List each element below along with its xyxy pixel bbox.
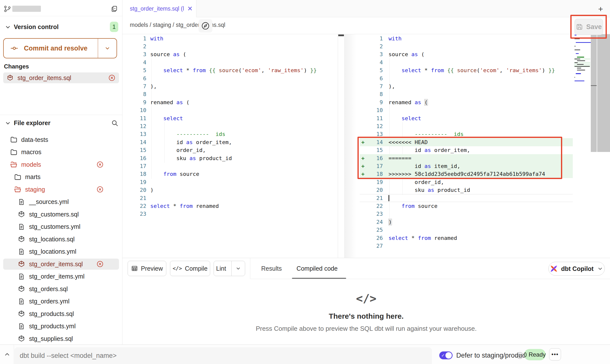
code-line-1[interactable]: 1with xyxy=(122,34,338,42)
code-line-18[interactable]: 18 from source xyxy=(122,170,338,178)
code-line-3[interactable]: 3source as ( xyxy=(360,50,573,58)
lint-button[interactable]: Lint xyxy=(214,261,245,276)
left-editor-pane[interactable]: 1with23source as (45 select * from {{ so… xyxy=(122,34,338,258)
preview-button[interactable]: Preview xyxy=(128,261,166,276)
editor-scrollbar[interactable] xyxy=(597,34,610,152)
save-button[interactable]: Save xyxy=(575,19,603,35)
file-row-marts[interactable]: marts xyxy=(0,171,122,183)
code-line-15[interactable]: 15 order_id, xyxy=(122,146,338,154)
circle-x-icon[interactable] xyxy=(108,74,116,82)
code-line-14[interactable]: +14<<<<<<< HEAD xyxy=(360,138,573,146)
code-line-4[interactable]: 4 xyxy=(360,58,573,66)
code-line-17[interactable]: 17 xyxy=(122,162,338,170)
editor-split-divider[interactable] xyxy=(338,34,338,258)
code-line-5[interactable]: 5 select * from {{ source('ecom', 'raw_i… xyxy=(122,66,338,74)
help-icon[interactable]: ? xyxy=(517,352,523,359)
code-line-17[interactable]: +17 id as item_id, xyxy=(360,162,573,170)
code-line-9[interactable]: 9renamed as ( xyxy=(360,98,573,106)
tab-results[interactable]: Results xyxy=(258,258,285,279)
code-line-10[interactable]: 10 xyxy=(360,106,573,114)
file-row-stg-customers-yml[interactable]: stg_customers.yml xyxy=(0,221,122,233)
code-line-21[interactable]: 21 xyxy=(360,194,573,202)
file-row-data-tests[interactable]: data-tests xyxy=(0,133,122,146)
code-line-6[interactable]: 6 xyxy=(360,74,573,82)
tab-compiled-code[interactable]: Compiled code xyxy=(295,258,339,279)
copy-icon[interactable] xyxy=(110,5,118,13)
dbt-copilot-button[interactable]: dbt Copilot xyxy=(548,262,605,276)
file-row-macros[interactable]: macros xyxy=(0,146,122,159)
code-line-10[interactable]: 10 xyxy=(122,106,338,114)
code-line-13[interactable]: 13 ---------- ids xyxy=(360,130,573,138)
code-line-22[interactable]: 22select * from renamed xyxy=(122,202,338,210)
code-line-4[interactable]: 4 xyxy=(122,58,338,66)
code-line-26[interactable]: 26select * from renamed xyxy=(360,234,573,242)
changed-file-row[interactable]: stg_order_items.sql xyxy=(3,72,119,83)
code-line-11[interactable]: 11 select xyxy=(122,114,338,122)
code-line-6[interactable]: 6 xyxy=(122,74,338,82)
code-line-2[interactable]: 2 xyxy=(122,42,338,50)
search-icon[interactable] xyxy=(111,119,119,127)
code-line-2[interactable]: 2 xyxy=(360,42,573,50)
file-row-stg-orders-sql[interactable]: stg_orders.sql xyxy=(0,283,122,295)
code-line-15[interactable]: 15 id as order_item, xyxy=(360,146,573,154)
code-line-16[interactable]: 16 sku as product_id xyxy=(122,154,338,162)
commit-and-resolve-button[interactable]: Commit and resolve xyxy=(3,38,117,58)
code-line-23[interactable]: 23 xyxy=(122,210,338,218)
file-row--sources-yml[interactable]: __sources.yml xyxy=(0,196,122,208)
command-input[interactable]: dbt build --select <model_name> xyxy=(14,347,432,364)
code-line-20[interactable]: 20) xyxy=(122,186,338,194)
code-line-14[interactable]: 14 id as order_item, xyxy=(122,138,338,146)
code-line-5[interactable]: 5 select * from {{ source('ecom', 'raw_i… xyxy=(360,66,573,74)
code-line-24[interactable]: 24) xyxy=(360,218,573,226)
code-line-18[interactable]: +18>>>>>>> 58c1dd23d5eebd9cd2495fa7124ab… xyxy=(360,170,573,178)
code-line-16[interactable]: +16======= xyxy=(360,154,573,162)
circle-x-icon[interactable] xyxy=(96,260,104,268)
code-line-27[interactable]: 27 xyxy=(360,242,573,250)
file-row-stg-products-yml[interactable]: stg_products.yml xyxy=(0,320,122,333)
code-line-12[interactable]: 12 xyxy=(360,122,573,130)
left-editor-scrollbar-thumb[interactable] xyxy=(338,34,344,36)
code-line-8[interactable]: 8 xyxy=(360,90,573,98)
code-line-22[interactable]: 22 from source xyxy=(360,202,573,210)
right-editor-pane[interactable]: 1with23source as (45 select * from {{ so… xyxy=(360,34,573,258)
code-line-12[interactable]: 12 xyxy=(122,122,338,130)
lint-options-chevron[interactable] xyxy=(231,261,245,276)
code-line-21[interactable]: 21 xyxy=(122,194,338,202)
code-line-7[interactable]: 7), xyxy=(122,82,338,90)
file-row-stg-orders-yml[interactable]: stg_orders.yml xyxy=(0,295,122,308)
code-line-7[interactable]: 7), xyxy=(360,82,573,90)
commit-and-resolve-main[interactable]: Commit and resolve xyxy=(4,39,98,58)
more-options-button[interactable]: ••• xyxy=(549,348,561,361)
file-row-stg-customers-sql[interactable]: stg_customers.sql xyxy=(0,208,122,221)
commit-options-chevron[interactable] xyxy=(98,39,117,58)
lint-label[interactable]: Lint xyxy=(214,261,228,276)
defer-toggle[interactable]: ✓ xyxy=(439,351,453,359)
code-line-19[interactable]: 19 order_id, xyxy=(360,178,573,186)
circle-x-icon[interactable] xyxy=(96,186,104,193)
code-line-25[interactable]: 25 xyxy=(360,226,573,234)
code-line-3[interactable]: 3source as ( xyxy=(122,50,338,58)
file-row-staging[interactable]: staging xyxy=(0,183,122,196)
file-row-stg-products-sql[interactable]: stg_products.sql xyxy=(0,308,122,320)
file-row-stg-order-items-sql[interactable]: stg_order_items.sql xyxy=(0,258,122,270)
file-row-stg-order-items-yml[interactable]: stg_order_items.yml xyxy=(0,270,122,283)
code-line-19[interactable]: 19 xyxy=(122,178,338,186)
chevron-up-icon[interactable] xyxy=(3,351,11,359)
file-row-stg-locations-sql[interactable]: stg_locations.sql xyxy=(0,233,122,246)
code-line-23[interactable]: 23 xyxy=(360,210,573,218)
close-icon[interactable]: ✕ xyxy=(187,5,193,13)
file-explorer-chevron-icon[interactable] xyxy=(4,120,11,127)
file-row-stg-locations-yml[interactable]: stg_locations.yml xyxy=(0,246,122,258)
minimap[interactable] xyxy=(575,35,590,116)
code-line-8[interactable]: 8 xyxy=(122,90,338,98)
explore-lineage-button[interactable] xyxy=(199,19,212,33)
code-line-9[interactable]: 9renamed as ( xyxy=(122,98,338,106)
code-line-11[interactable]: 11 select xyxy=(360,114,573,122)
file-row-models[interactable]: models xyxy=(0,158,122,171)
minimap-slider[interactable] xyxy=(591,34,597,152)
tab-stg-order-items[interactable]: stg_order_items.sql (last c... ✕ xyxy=(122,0,196,17)
code-line-13[interactable]: 13 ---------- ids xyxy=(122,130,338,138)
file-row-stg-supplies-sql[interactable]: stg_supplies.sql xyxy=(0,332,122,345)
version-control-chevron-icon[interactable] xyxy=(4,24,11,31)
compile-button[interactable]: </> Compile xyxy=(170,261,210,276)
